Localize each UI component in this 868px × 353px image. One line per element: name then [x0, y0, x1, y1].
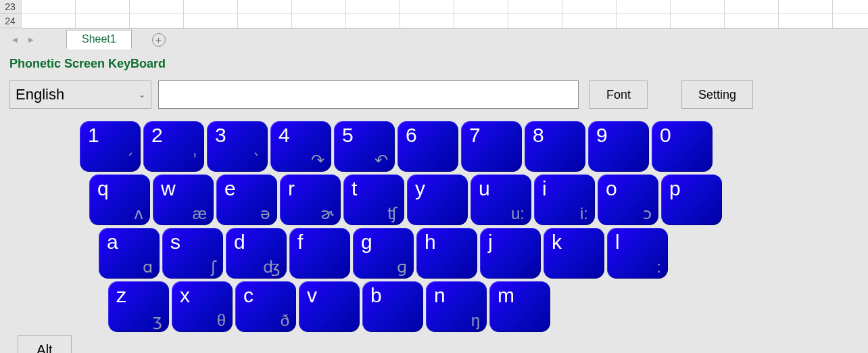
- phonetic-input[interactable]: [158, 80, 579, 109]
- key-main-label: x: [180, 284, 190, 307]
- key-e[interactable]: eə: [216, 174, 277, 225]
- key-w[interactable]: wæ: [153, 174, 214, 225]
- key-main-label: g: [361, 231, 372, 254]
- key-main-label: 6: [406, 124, 417, 147]
- key-d[interactable]: dʤ: [226, 228, 287, 279]
- key-main-label: z: [116, 284, 126, 307]
- key-5[interactable]: 5↶: [334, 121, 395, 172]
- key-main-label: 7: [469, 124, 481, 147]
- row-header[interactable]: 24: [0, 14, 22, 28]
- key-main-label: v: [307, 284, 317, 307]
- keyboard-row: qʌwæeərɚtʧyuu:ii:oɔp: [89, 174, 859, 225]
- key-main-label: 2: [151, 124, 163, 147]
- row-header[interactable]: 23: [0, 0, 22, 14]
- cell-grid: [22, 0, 868, 28]
- key-v[interactable]: v: [299, 281, 360, 332]
- key-n[interactable]: nŋ: [426, 281, 487, 332]
- key-sub-label: ˊ: [126, 151, 134, 170]
- key-main-label: 0: [660, 124, 671, 147]
- add-sheet-button[interactable]: ＋: [152, 33, 166, 47]
- key-main-label: s: [170, 231, 180, 254]
- key-g[interactable]: gɡ: [353, 228, 414, 279]
- key-main-label: c: [243, 284, 254, 307]
- key-main-label: b: [370, 284, 382, 307]
- key-sub-label: ʃ: [211, 258, 216, 277]
- tab-next-icon[interactable]: ▶: [23, 36, 39, 43]
- key-main-label: a: [107, 231, 118, 254]
- key-t[interactable]: tʧ: [343, 174, 404, 225]
- key-9[interactable]: 9: [588, 121, 649, 172]
- key-main-label: e: [224, 177, 236, 200]
- key-main-label: 1: [88, 124, 99, 147]
- key-j[interactable]: j: [480, 228, 541, 279]
- key-sub-label: ʧ: [387, 204, 397, 223]
- key-main-label: 5: [342, 124, 354, 147]
- key-l[interactable]: l:: [607, 228, 668, 279]
- key-z[interactable]: zʒ: [108, 281, 169, 332]
- key-main-label: o: [606, 177, 617, 200]
- plus-icon: ＋: [153, 34, 164, 45]
- key-x[interactable]: xθ: [172, 281, 233, 332]
- key-b[interactable]: b: [362, 281, 423, 332]
- key-p[interactable]: p: [661, 174, 722, 225]
- key-1[interactable]: 1ˊ: [80, 121, 141, 172]
- key-sub-label: ˋ: [253, 151, 261, 170]
- key-sub-label: i:: [580, 204, 588, 223]
- key-sub-label: ɡ: [397, 258, 407, 277]
- key-r[interactable]: rɚ: [280, 174, 341, 225]
- key-3[interactable]: 3ˋ: [207, 121, 268, 172]
- language-select[interactable]: English ⌄: [9, 80, 151, 109]
- key-main-label: d: [234, 231, 245, 254]
- sheet-tab-bar: ◀ ▶ Sheet1 ＋: [0, 28, 868, 50]
- sheet-tab[interactable]: Sheet1: [66, 30, 132, 49]
- key-sub-label: u:: [511, 204, 525, 223]
- key-u[interactable]: uu:: [471, 174, 531, 225]
- key-s[interactable]: sʃ: [162, 228, 223, 279]
- key-c[interactable]: cð: [235, 281, 296, 332]
- key-main-label: p: [669, 177, 681, 200]
- key-main-label: m: [498, 284, 514, 307]
- key-4[interactable]: 4↷: [270, 121, 331, 172]
- virtual-keyboard: 1ˊ2ˈ3ˋ4↷5↶67890 qʌwæeərɚtʧyuu:ii:oɔp aɑs…: [80, 121, 859, 332]
- key-sub-label: ʒ: [153, 311, 162, 330]
- key-2[interactable]: 2ˈ: [143, 121, 204, 172]
- key-7[interactable]: 7: [461, 121, 522, 172]
- setting-button[interactable]: Setting: [681, 80, 753, 109]
- key-sub-label: ŋ: [471, 311, 480, 330]
- key-sub-label: θ: [217, 311, 226, 330]
- tab-prev-icon[interactable]: ◀: [7, 36, 23, 43]
- key-main-label: f: [297, 231, 303, 254]
- key-main-label: k: [552, 231, 562, 254]
- key-0[interactable]: 0: [652, 121, 713, 172]
- phonetic-keyboard-panel: Phonetic Screen KeyBoard English ⌄ Font …: [0, 50, 868, 353]
- key-a[interactable]: aɑ: [99, 228, 160, 279]
- key-sub-label: ˈ: [193, 151, 197, 170]
- alt-button[interactable]: Alt: [18, 335, 72, 353]
- key-sub-label: ɚ: [320, 204, 334, 223]
- key-main-label: n: [434, 284, 445, 307]
- key-main-label: j: [488, 231, 493, 254]
- key-main-label: y: [415, 177, 425, 200]
- key-q[interactable]: qʌ: [89, 174, 150, 225]
- key-sub-label: :: [656, 258, 661, 277]
- key-i[interactable]: ii:: [534, 174, 595, 225]
- key-y[interactable]: y: [407, 174, 468, 225]
- font-button[interactable]: Font: [589, 80, 648, 109]
- language-value: English: [16, 86, 64, 103]
- key-sub-label: ↶: [375, 151, 388, 170]
- key-main-label: l: [615, 231, 620, 254]
- key-main-label: r: [288, 177, 295, 200]
- key-6[interactable]: 6: [397, 121, 458, 172]
- key-sub-label: ɑ: [143, 258, 153, 277]
- key-main-label: w: [161, 177, 176, 200]
- key-o[interactable]: oɔ: [598, 174, 658, 225]
- keyboard-row: 1ˊ2ˈ3ˋ4↷5↶67890: [80, 121, 859, 172]
- key-8[interactable]: 8: [525, 121, 585, 172]
- keyboard-row: zʒxθcðvbnŋm: [108, 281, 859, 332]
- key-m[interactable]: m: [489, 281, 550, 332]
- key-main-label: t: [352, 177, 357, 200]
- key-f[interactable]: f: [289, 228, 350, 279]
- key-k[interactable]: k: [544, 228, 604, 279]
- key-h[interactable]: h: [416, 228, 477, 279]
- key-sub-label: ʌ: [134, 204, 143, 223]
